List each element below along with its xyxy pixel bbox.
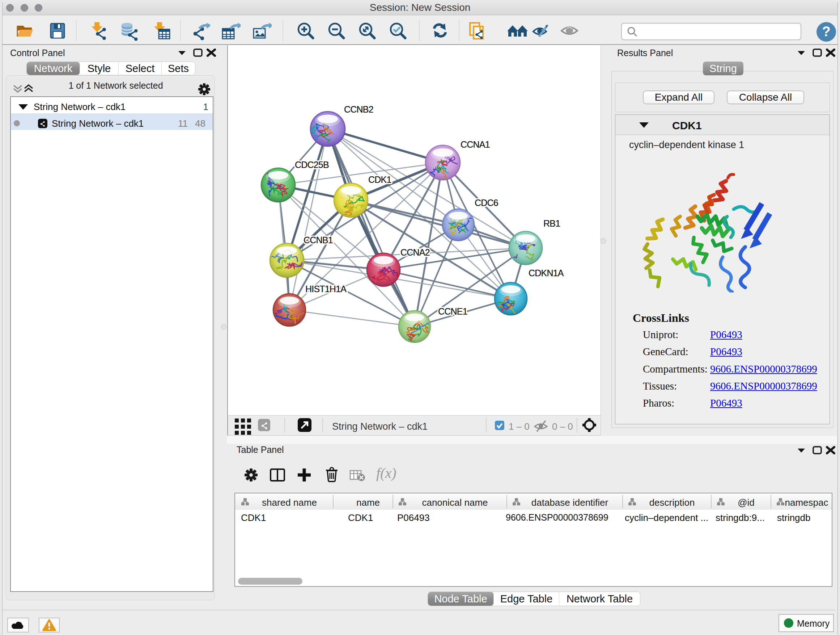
svg-text:RB1: RB1 — [543, 218, 560, 228]
svg-text:CDK1: CDK1 — [368, 174, 392, 185]
svg-text:CCNB1: CCNB1 — [303, 235, 333, 245]
svg-text:CDKN1A: CDKN1A — [529, 268, 564, 278]
svg-text:CCNA2: CCNA2 — [401, 247, 430, 257]
svg-text:CCNB2: CCNB2 — [344, 104, 373, 114]
svg-text:CCNE1: CCNE1 — [438, 306, 467, 317]
svg-text:CDC6: CDC6 — [475, 198, 498, 208]
svg-text:HIST1H1A: HIST1H1A — [305, 284, 347, 294]
svg-text:CCNA1: CCNA1 — [461, 139, 490, 149]
svg-text:CDC25B: CDC25B — [295, 160, 329, 170]
